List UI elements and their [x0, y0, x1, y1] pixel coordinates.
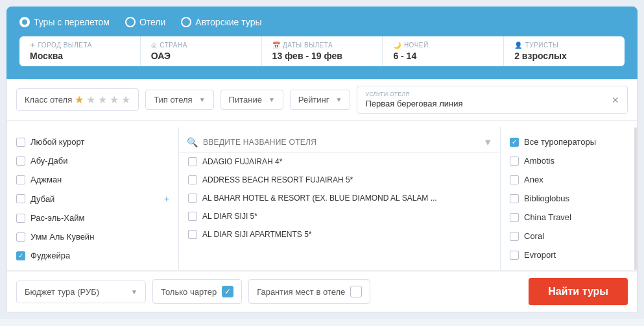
- resort-abu-dhabi[interactable]: Абу-Даби: [7, 151, 178, 170]
- moon-icon: 🌙: [393, 42, 401, 49]
- person-icon: 👤: [514, 42, 523, 49]
- tab-custom-tours[interactable]: Авторские туры: [181, 17, 261, 27]
- resorts-column: Любой курорт Абу-Даби Аджман Дубай +: [7, 127, 179, 270]
- scrollbar[interactable]: [634, 127, 637, 270]
- star-1: ★: [75, 94, 84, 106]
- operator-biblioglobus-checkbox[interactable]: [510, 194, 519, 203]
- operator-anex[interactable]: Anex: [501, 170, 637, 189]
- hotel-adagio-checkbox[interactable]: [188, 157, 197, 166]
- hotel-type-label: Тип отеля: [154, 95, 192, 105]
- rating-filter[interactable]: Рейтинг ▼: [290, 90, 351, 110]
- radio-custom-tours: [181, 17, 191, 27]
- star-4: ★: [110, 94, 119, 106]
- hotel-address-checkbox[interactable]: [188, 175, 197, 184]
- resort-rak-checkbox[interactable]: [16, 214, 25, 223]
- guarantee-item[interactable]: Гарантия мест в отеле: [248, 279, 370, 304]
- operator-evroport[interactable]: Evroport: [501, 245, 637, 264]
- resort-abu-dhabi-checkbox[interactable]: [16, 157, 25, 166]
- dates-field[interactable]: 📅 ДАТЫ ВЫЛЕТА 13 фев - 19 фев: [262, 36, 383, 66]
- charter-only[interactable]: Только чартер: [152, 279, 242, 304]
- food-label: Питание: [229, 95, 262, 105]
- resort-uaq-checkbox[interactable]: [16, 232, 25, 242]
- hotel-type-filter[interactable]: Тип отеля ▼: [145, 90, 213, 110]
- hotel-aldiar-apts[interactable]: AL DIAR SIJI APARTMENTS 5*: [179, 225, 500, 244]
- add-resort-icon[interactable]: +: [164, 194, 169, 204]
- operator-all-checkbox[interactable]: [510, 138, 519, 147]
- service-value: Первая береговая линия: [365, 99, 462, 108]
- bottom-bar: Бюджет тура (РУБ) ▼ Только чартер Гарант…: [7, 271, 637, 312]
- hotel-class-label: Класс отеля: [25, 95, 72, 105]
- operator-evroport-checkbox[interactable]: [510, 251, 519, 260]
- tourists-value: 2 взрослых: [514, 51, 614, 61]
- operator-anex-checkbox[interactable]: [510, 175, 519, 184]
- operator-biblioglobus[interactable]: Biblioglobus: [501, 189, 637, 208]
- nights-value: 6 - 14: [393, 51, 493, 61]
- country-field[interactable]: ◎ СТРАНА ОАЭ: [141, 36, 262, 66]
- resort-dubai[interactable]: Дубай +: [7, 189, 178, 208]
- nights-field[interactable]: 🌙 НОЧЕЙ 6 - 14: [383, 36, 504, 66]
- search-icon: 🔍: [187, 137, 198, 147]
- operator-china-travel-checkbox[interactable]: [510, 213, 519, 222]
- guarantee-checkbox[interactable]: [350, 286, 362, 297]
- chevron-budget-icon: ▼: [131, 288, 137, 295]
- chevron-down-icon-2: ▼: [268, 96, 275, 103]
- food-filter[interactable]: Питание ▼: [221, 90, 283, 110]
- operator-all[interactable]: Все туроператоры: [501, 132, 637, 151]
- hotel-adagio[interactable]: ADAGIO FUJAIRAH 4*: [179, 153, 500, 171]
- resort-dubai-checkbox[interactable]: [16, 194, 25, 203]
- budget-label: Бюджет тура (РУБ): [25, 287, 99, 297]
- hotels-column: 🔍 ▼ ADAGIO FUJAIRAH 4* ADDRESS BEACH RES…: [179, 127, 501, 270]
- resort-ajman-checkbox[interactable]: [16, 175, 25, 184]
- tour-type-tabs: Туры с перелетом Отели Авторские туры: [19, 17, 625, 27]
- hotel-aldiar-apts-checkbox[interactable]: [188, 230, 197, 239]
- resort-rak[interactable]: Рас-эль-Хайм: [7, 208, 178, 227]
- operator-coral-checkbox[interactable]: [510, 232, 519, 241]
- operator-ambotis[interactable]: Ambotis: [501, 151, 637, 170]
- resort-ajman[interactable]: Аджман: [7, 170, 178, 189]
- filter-icon[interactable]: ▼: [483, 137, 492, 147]
- chevron-down-icon: ▼: [199, 96, 206, 103]
- service-filter[interactable]: Услуги отеля Первая береговая линия ✕: [357, 86, 628, 114]
- star-2: ★: [86, 94, 95, 106]
- calendar-icon: 📅: [272, 42, 281, 49]
- hotel-aldiar[interactable]: AL DIAR SIJI 5*: [179, 207, 500, 225]
- resort-uaq[interactable]: Умм Аль Кувейн: [7, 227, 178, 246]
- star-5: ★: [121, 94, 130, 106]
- star-3: ★: [98, 94, 107, 106]
- departure-value: Москва: [30, 51, 130, 61]
- hotel-address[interactable]: ADDRESS BEACH RESORT FUJAIRAH 5*: [179, 171, 500, 189]
- plane-icon: ✈: [30, 42, 36, 49]
- operator-ambotis-checkbox[interactable]: [510, 157, 519, 166]
- tab-hotels[interactable]: Отели: [125, 17, 165, 27]
- tab-tours-flight[interactable]: Туры с перелетом: [19, 17, 110, 27]
- hotel-albahar[interactable]: AL BAHAR HOTEL & RESORT (EX. BLUE DIAMON…: [179, 189, 500, 207]
- charter-label: Только чартер: [161, 287, 217, 297]
- resort-any-checkbox[interactable]: [16, 138, 25, 147]
- operator-coral[interactable]: Coral: [501, 227, 637, 245]
- operator-china-travel[interactable]: China Travel: [501, 208, 637, 227]
- tourists-field[interactable]: 👤 ТУРИСТЫ 2 взрослых: [504, 36, 625, 66]
- radio-hotels: [125, 17, 136, 27]
- close-service-icon[interactable]: ✕: [612, 95, 619, 105]
- hotel-aldiar-checkbox[interactable]: [188, 212, 197, 221]
- rating-label: Рейтинг: [298, 95, 329, 105]
- search-button[interactable]: Найти туры: [529, 278, 628, 305]
- budget-dropdown[interactable]: Бюджет тура (РУБ) ▼: [16, 281, 146, 303]
- search-bar: ✈ ГОРОД ВЫЛЕТА Москва ◎ СТРАНА ОАЭ 📅 ДАТ…: [19, 36, 625, 66]
- charter-checkbox[interactable]: [222, 286, 233, 297]
- resort-any[interactable]: Любой курорт: [7, 132, 178, 151]
- departure-field[interactable]: ✈ ГОРОД ВЫЛЕТА Москва: [19, 36, 141, 66]
- hotel-class-filter[interactable]: Класс отеля ★ ★ ★ ★ ★: [16, 88, 139, 111]
- guarantee-label: Гарантия мест в отеле: [257, 287, 345, 297]
- location-icon: ◎: [151, 42, 158, 49]
- resort-fujairah-checkbox[interactable]: [16, 251, 25, 260]
- operators-column: Все туроператоры Ambotis Anex Biblioglob…: [501, 127, 637, 270]
- chevron-down-icon-3: ▼: [336, 96, 342, 103]
- resort-fujairah[interactable]: Фуджейра: [7, 246, 178, 265]
- service-label: Услуги отеля: [365, 91, 462, 97]
- country-value: ОАЭ: [151, 51, 251, 61]
- dates-value: 13 фев - 19 фев: [272, 51, 372, 61]
- hotel-albahar-checkbox[interactable]: [188, 194, 197, 203]
- hotel-search-input[interactable]: [203, 138, 478, 147]
- hotel-search-bar: 🔍 ▼: [179, 132, 500, 153]
